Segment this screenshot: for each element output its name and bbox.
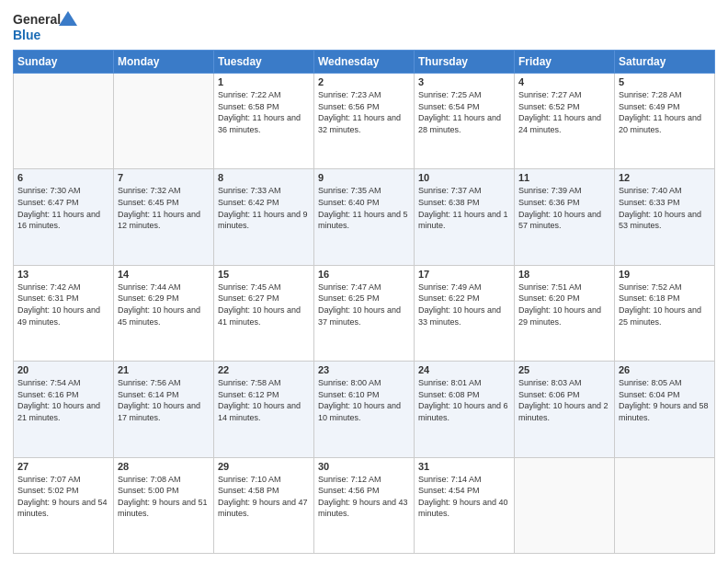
calendar-cell: 11Sunrise: 7:39 AMSunset: 6:36 PMDayligh… — [515, 169, 615, 265]
svg-marker-2 — [59, 11, 77, 26]
cell-info: Sunrise: 7:35 AMSunset: 6:40 PMDaylight:… — [318, 185, 410, 231]
day-header: Friday — [515, 51, 615, 74]
calendar-cell: 4Sunrise: 7:27 AMSunset: 6:52 PMDaylight… — [515, 74, 615, 169]
cell-info: Sunrise: 7:56 AMSunset: 6:14 PMDaylight:… — [118, 377, 210, 423]
calendar-cell: 28Sunrise: 7:08 AMSunset: 5:00 PMDayligh… — [114, 457, 214, 553]
day-number: 13 — [17, 269, 109, 280]
cell-info: Sunrise: 7:10 AMSunset: 4:58 PMDaylight:… — [218, 474, 310, 520]
cell-info: Sunrise: 7:47 AMSunset: 6:25 PMDaylight:… — [318, 282, 410, 327]
calendar-cell: 31Sunrise: 7:14 AMSunset: 4:54 PMDayligh… — [415, 457, 515, 553]
header: General Blue — [13, 9, 715, 44]
cell-info: Sunrise: 7:33 AMSunset: 6:42 PMDaylight:… — [218, 185, 310, 231]
calendar-cell — [615, 457, 715, 553]
calendar-cell: 21Sunrise: 7:56 AMSunset: 6:14 PMDayligh… — [114, 362, 214, 457]
cell-info: Sunrise: 7:30 AMSunset: 6:47 PMDaylight:… — [17, 185, 109, 231]
day-number: 29 — [218, 461, 310, 472]
cell-info: Sunrise: 7:42 AMSunset: 6:31 PMDaylight:… — [17, 282, 109, 327]
day-number: 10 — [418, 172, 510, 183]
calendar-cell: 3Sunrise: 7:25 AMSunset: 6:54 PMDaylight… — [415, 74, 515, 169]
day-number: 12 — [619, 172, 711, 183]
cell-info: Sunrise: 8:03 AMSunset: 6:06 PMDaylight:… — [518, 377, 610, 423]
day-number: 7 — [118, 172, 210, 183]
calendar-table: SundayMondayTuesdayWednesdayThursdayFrid… — [13, 50, 715, 554]
calendar-cell: 25Sunrise: 8:03 AMSunset: 6:06 PMDayligh… — [515, 362, 615, 457]
cell-info: Sunrise: 8:01 AMSunset: 6:08 PMDaylight:… — [418, 377, 510, 423]
day-header: Saturday — [615, 51, 715, 74]
calendar-cell: 14Sunrise: 7:44 AMSunset: 6:29 PMDayligh… — [114, 265, 214, 361]
cell-info: Sunrise: 7:58 AMSunset: 6:12 PMDaylight:… — [218, 377, 310, 423]
day-number: 18 — [518, 269, 610, 280]
cell-info: Sunrise: 7:07 AMSunset: 5:02 PMDaylight:… — [17, 474, 109, 520]
cell-info: Sunrise: 7:44 AMSunset: 6:29 PMDaylight:… — [118, 282, 210, 327]
cell-info: Sunrise: 7:45 AMSunset: 6:27 PMDaylight:… — [218, 282, 310, 327]
page: General Blue SundayMondayTuesdayWednesda… — [0, 0, 728, 563]
logo: General Blue — [13, 9, 77, 44]
calendar-cell: 10Sunrise: 7:37 AMSunset: 6:38 PMDayligh… — [415, 169, 515, 265]
calendar-cell: 19Sunrise: 7:52 AMSunset: 6:18 PMDayligh… — [615, 265, 715, 361]
day-number: 21 — [118, 364, 210, 375]
svg-text:Blue: Blue — [13, 28, 41, 42]
day-number: 3 — [418, 76, 510, 87]
day-number: 28 — [118, 461, 210, 472]
day-number: 16 — [318, 269, 410, 280]
day-number: 26 — [619, 364, 711, 375]
cell-info: Sunrise: 7:32 AMSunset: 6:45 PMDaylight:… — [118, 185, 210, 231]
day-number: 14 — [118, 269, 210, 280]
calendar-cell: 2Sunrise: 7:23 AMSunset: 6:56 PMDaylight… — [314, 74, 415, 169]
day-number: 30 — [318, 461, 410, 472]
calendar-cell: 1Sunrise: 7:22 AMSunset: 6:58 PMDaylight… — [214, 74, 314, 169]
cell-info: Sunrise: 8:00 AMSunset: 6:10 PMDaylight:… — [318, 377, 410, 423]
day-number: 25 — [518, 364, 610, 375]
day-number: 6 — [17, 172, 109, 183]
calendar-cell: 20Sunrise: 7:54 AMSunset: 6:16 PMDayligh… — [14, 362, 114, 457]
calendar-cell: 6Sunrise: 7:30 AMSunset: 6:47 PMDaylight… — [14, 169, 114, 265]
calendar-cell: 30Sunrise: 7:12 AMSunset: 4:56 PMDayligh… — [314, 457, 415, 553]
calendar-cell: 13Sunrise: 7:42 AMSunset: 6:31 PMDayligh… — [14, 265, 114, 361]
cell-info: Sunrise: 7:40 AMSunset: 6:33 PMDaylight:… — [619, 185, 711, 231]
svg-text:General: General — [13, 12, 61, 27]
cell-info: Sunrise: 7:08 AMSunset: 5:00 PMDaylight:… — [118, 474, 210, 520]
cell-info: Sunrise: 8:05 AMSunset: 6:04 PMDaylight:… — [619, 377, 711, 423]
calendar-cell: 12Sunrise: 7:40 AMSunset: 6:33 PMDayligh… — [615, 169, 715, 265]
cell-info: Sunrise: 7:52 AMSunset: 6:18 PMDaylight:… — [619, 282, 711, 327]
calendar-cell: 15Sunrise: 7:45 AMSunset: 6:27 PMDayligh… — [214, 265, 314, 361]
calendar-cell: 7Sunrise: 7:32 AMSunset: 6:45 PMDaylight… — [114, 169, 214, 265]
calendar-cell: 29Sunrise: 7:10 AMSunset: 4:58 PMDayligh… — [214, 457, 314, 553]
cell-info: Sunrise: 7:51 AMSunset: 6:20 PMDaylight:… — [518, 282, 610, 327]
calendar-cell: 24Sunrise: 8:01 AMSunset: 6:08 PMDayligh… — [415, 362, 515, 457]
cell-info: Sunrise: 7:49 AMSunset: 6:22 PMDaylight:… — [418, 282, 510, 327]
cell-info: Sunrise: 7:54 AMSunset: 6:16 PMDaylight:… — [17, 377, 109, 423]
calendar-cell — [114, 74, 214, 169]
logo-svg: General Blue — [13, 9, 77, 44]
calendar-cell: 22Sunrise: 7:58 AMSunset: 6:12 PMDayligh… — [214, 362, 314, 457]
calendar-cell: 27Sunrise: 7:07 AMSunset: 5:02 PMDayligh… — [14, 457, 114, 553]
day-number: 19 — [619, 269, 711, 280]
cell-info: Sunrise: 7:23 AMSunset: 6:56 PMDaylight:… — [318, 89, 410, 135]
cell-info: Sunrise: 7:39 AMSunset: 6:36 PMDaylight:… — [518, 185, 610, 231]
cell-info: Sunrise: 7:27 AMSunset: 6:52 PMDaylight:… — [518, 89, 610, 135]
day-header: Tuesday — [214, 51, 314, 74]
calendar-cell: 8Sunrise: 7:33 AMSunset: 6:42 PMDaylight… — [214, 169, 314, 265]
cell-info: Sunrise: 7:14 AMSunset: 4:54 PMDaylight:… — [418, 474, 510, 520]
cell-info: Sunrise: 7:12 AMSunset: 4:56 PMDaylight:… — [318, 474, 410, 520]
day-number: 27 — [17, 461, 109, 472]
calendar-cell: 26Sunrise: 8:05 AMSunset: 6:04 PMDayligh… — [615, 362, 715, 457]
day-number: 1 — [218, 76, 310, 87]
day-number: 2 — [318, 76, 410, 87]
calendar-cell: 9Sunrise: 7:35 AMSunset: 6:40 PMDaylight… — [314, 169, 415, 265]
day-number: 24 — [418, 364, 510, 375]
day-header: Sunday — [14, 51, 114, 74]
day-header: Thursday — [415, 51, 515, 74]
day-number: 8 — [218, 172, 310, 183]
day-number: 11 — [518, 172, 610, 183]
day-header: Monday — [114, 51, 214, 74]
day-header: Wednesday — [314, 51, 415, 74]
day-number: 15 — [218, 269, 310, 280]
calendar-cell: 5Sunrise: 7:28 AMSunset: 6:49 PMDaylight… — [615, 74, 715, 169]
calendar-cell: 16Sunrise: 7:47 AMSunset: 6:25 PMDayligh… — [314, 265, 415, 361]
day-number: 20 — [17, 364, 109, 375]
cell-info: Sunrise: 7:22 AMSunset: 6:58 PMDaylight:… — [218, 89, 310, 135]
calendar-cell — [14, 74, 114, 169]
calendar-cell — [515, 457, 615, 553]
day-number: 5 — [619, 76, 711, 87]
